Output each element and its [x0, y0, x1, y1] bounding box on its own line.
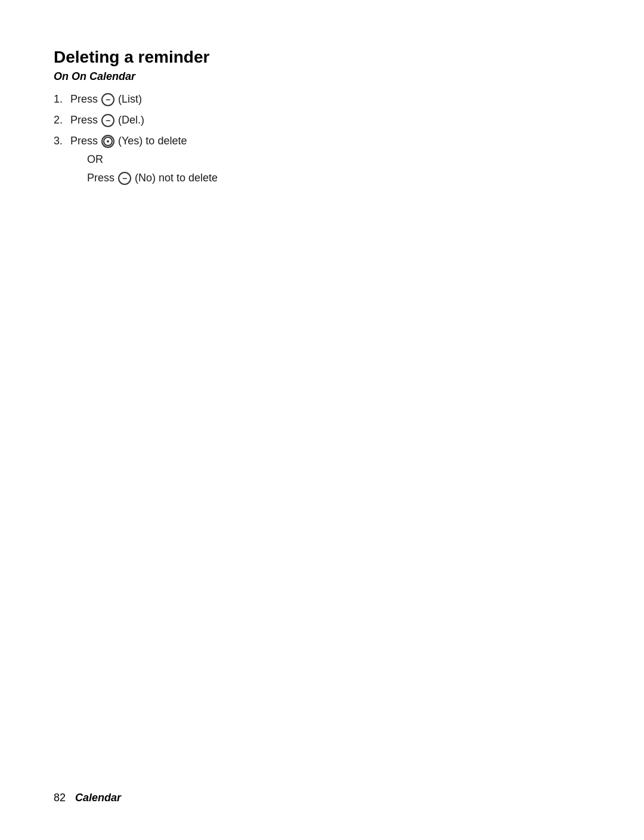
step-3-label: (Yes) to delete	[118, 133, 187, 149]
step-3-content: Press (Yes) to delete OR Press (No) not …	[70, 133, 218, 186]
step-3-press: Press	[70, 133, 98, 149]
yes-button-icon	[101, 135, 114, 148]
step-3-number: 3.	[54, 133, 70, 149]
or-text: OR	[87, 152, 218, 168]
step-2-content: Press (Del.)	[70, 112, 144, 128]
page-content: Deleting a reminder On On Calendar 1. Pr…	[0, 0, 644, 840]
footer-section-title: Calendar	[75, 792, 121, 804]
step-1-label: (List)	[118, 91, 142, 107]
step-1-content: Press (List)	[70, 91, 142, 107]
page-number: 82	[54, 792, 66, 804]
step-2: 2. Press (Del.)	[54, 112, 590, 128]
subtitle: On On Calendar	[54, 70, 590, 83]
step-1-number: 1.	[54, 91, 70, 107]
no-button-icon	[118, 172, 131, 185]
del-button-icon	[101, 114, 114, 127]
step-1: 1. Press (List)	[54, 91, 590, 107]
step-1-press: Press	[70, 91, 98, 107]
step-3: 3. Press (Yes) to delete OR Press (No) n…	[54, 133, 590, 186]
list-button-icon	[101, 93, 114, 106]
or-label: (No) not to delete	[135, 170, 218, 186]
steps-list: 1. Press (List) 2. Press (Del.) 3. Press	[54, 91, 590, 186]
or-press-line: Press (No) not to delete	[87, 170, 218, 186]
step-2-label: (Del.)	[118, 112, 144, 128]
or-section: OR Press (No) not to delete	[87, 152, 218, 186]
page-footer: 82 Calendar	[54, 792, 590, 804]
step-2-number: 2.	[54, 112, 70, 128]
subtitle-on: On	[54, 70, 72, 82]
page-title: Deleting a reminder	[54, 48, 590, 67]
subtitle-calendar: On Calendar	[72, 70, 135, 82]
step-2-press: Press	[70, 112, 98, 128]
or-press: Press	[87, 170, 114, 186]
